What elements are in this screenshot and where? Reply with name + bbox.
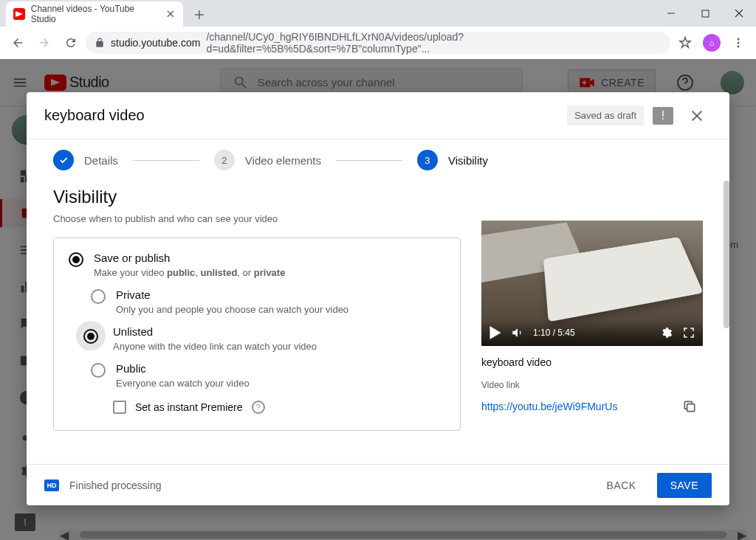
desc-text: Make your video bbox=[94, 267, 167, 278]
feedback-icon[interactable]: ! bbox=[653, 107, 673, 125]
avatar-icon: ⌂ bbox=[703, 34, 721, 52]
option-title: Unlisted bbox=[113, 325, 317, 338]
step-label: Details bbox=[84, 154, 118, 167]
minimize-button[interactable] bbox=[654, 0, 688, 27]
help-icon[interactable]: ? bbox=[252, 401, 265, 414]
forward-button[interactable] bbox=[32, 31, 56, 55]
browser-tab[interactable]: Channel videos - YouTube Studio bbox=[6, 1, 183, 27]
private-option[interactable]: Private Only you and people you choose c… bbox=[91, 288, 445, 315]
player-time: 1:10 / 5:45 bbox=[533, 328, 575, 338]
radio-selected-icon[interactable] bbox=[69, 252, 83, 267]
unlisted-option[interactable]: Unlisted Anyone with the video link can … bbox=[83, 325, 445, 352]
back-button[interactable] bbox=[6, 31, 30, 55]
close-window-button[interactable] bbox=[722, 0, 756, 27]
options-panel: Save or publish Make your video public, … bbox=[53, 238, 461, 431]
desc-bold: unlisted bbox=[201, 267, 238, 278]
preview-panel: 1:10 / 5:45 keyboard video Video link ht… bbox=[481, 181, 703, 452]
section-subtitle: Choose when to publish and who can see y… bbox=[53, 213, 461, 224]
svg-point-3 bbox=[738, 46, 740, 48]
step-number: 2 bbox=[214, 150, 235, 170]
option-description: Everyone can watch your video bbox=[116, 378, 250, 389]
settings-icon[interactable] bbox=[660, 326, 673, 339]
bookmark-button[interactable] bbox=[673, 31, 697, 55]
browser-chrome: Channel videos - YouTube Studio studio.y… bbox=[0, 0, 756, 59]
option-description: Make your video public, unlisted, or pri… bbox=[94, 267, 285, 278]
radio-icon[interactable] bbox=[91, 363, 106, 378]
video-player[interactable]: 1:10 / 5:45 bbox=[481, 221, 703, 346]
svg-point-2 bbox=[738, 42, 740, 44]
option-title: Save or publish bbox=[94, 252, 285, 264]
step-label: Visibility bbox=[448, 154, 488, 167]
premiere-label: Set as instant Premiere bbox=[135, 401, 243, 413]
back-button[interactable]: BACK bbox=[597, 474, 647, 497]
desc-bold: public bbox=[167, 267, 195, 278]
option-title: Public bbox=[116, 362, 250, 375]
modal-header: keyboard video Saved as draft ! bbox=[27, 92, 729, 139]
video-link-label: Video link bbox=[481, 380, 703, 390]
premiere-option[interactable]: Set as instant Premiere ? bbox=[113, 401, 445, 414]
player-controls: 1:10 / 5:45 bbox=[481, 319, 703, 346]
svg-rect-17 bbox=[687, 404, 695, 412]
close-modal-button[interactable] bbox=[682, 101, 712, 131]
step-label: Video elements bbox=[245, 154, 321, 167]
hd-badge: HD bbox=[44, 480, 59, 491]
address-bar: studio.youtube.com/channel/UCy0_hgRIY6IB… bbox=[0, 27, 756, 59]
close-tab-icon[interactable] bbox=[165, 9, 176, 19]
maximize-button[interactable] bbox=[688, 0, 722, 27]
radio-icon[interactable] bbox=[91, 289, 106, 304]
option-description: Anyone with the video link can watch you… bbox=[113, 341, 317, 352]
chrome-menu-button[interactable] bbox=[726, 31, 750, 55]
desc-text: , or bbox=[237, 267, 253, 278]
step-number: 3 bbox=[417, 150, 438, 170]
url-host: studio.youtube.com bbox=[111, 37, 200, 49]
checkbox-icon[interactable] bbox=[113, 401, 126, 414]
step-visibility[interactable]: 3 Visibility bbox=[417, 150, 488, 170]
modal-footer: HD Finished processing BACK SAVE bbox=[27, 464, 729, 505]
step-connector bbox=[133, 160, 199, 161]
modal-body: Visibility Choose when to publish and wh… bbox=[27, 181, 729, 464]
video-link-row: https://youtu.be/jeWi9FMurUs bbox=[481, 393, 703, 420]
radio-selected-icon[interactable] bbox=[83, 329, 98, 344]
window-controls bbox=[654, 0, 756, 27]
public-option[interactable]: Public Everyone can watch your video bbox=[91, 362, 445, 389]
profile-button[interactable]: ⌂ bbox=[700, 31, 724, 55]
desc-text: , bbox=[195, 267, 200, 278]
omnibox[interactable]: studio.youtube.com/channel/UCy0_hgRIY6IB… bbox=[86, 32, 670, 54]
stepper: Details 2 Video elements 3 Visibility bbox=[27, 139, 729, 181]
video-link[interactable]: https://youtu.be/jeWi9FMurUs bbox=[481, 401, 617, 412]
reload-button[interactable] bbox=[59, 31, 83, 55]
preview-title: keyboard video bbox=[481, 356, 703, 368]
play-icon[interactable] bbox=[489, 326, 502, 339]
volume-icon[interactable] bbox=[511, 326, 524, 339]
step-details[interactable]: Details bbox=[53, 150, 118, 170]
desc-bold: private bbox=[254, 267, 286, 278]
svg-point-1 bbox=[738, 38, 740, 41]
step-video-elements[interactable]: 2 Video elements bbox=[214, 150, 321, 170]
option-description: Only you and people you choose can watch… bbox=[116, 304, 348, 315]
save-button[interactable]: SAVE bbox=[657, 473, 712, 498]
step-connector bbox=[336, 160, 402, 161]
upload-modal: keyboard video Saved as draft ! Details … bbox=[27, 92, 729, 505]
draft-status-badge: Saved as draft bbox=[567, 105, 644, 125]
vertical-scrollbar[interactable] bbox=[724, 181, 729, 328]
url-path: /channel/UCy0_hgRIY6IBNDHLfLXrN0A/videos… bbox=[206, 31, 662, 55]
new-tab-button[interactable] bbox=[189, 4, 210, 25]
lock-icon bbox=[94, 38, 105, 48]
processing-status: Finished processing bbox=[69, 480, 162, 491]
svg-rect-0 bbox=[702, 10, 709, 17]
check-icon bbox=[53, 150, 74, 170]
save-or-publish-option[interactable]: Save or publish Make your video public, … bbox=[69, 252, 445, 278]
section-title: Visibility bbox=[53, 187, 461, 207]
modal-title: keyboard video bbox=[44, 107, 145, 124]
youtube-favicon bbox=[13, 8, 25, 20]
tab-title: Channel videos - YouTube Studio bbox=[31, 4, 160, 24]
fullscreen-icon[interactable] bbox=[682, 326, 695, 339]
radio-ripple bbox=[76, 321, 106, 350]
tab-bar: Channel videos - YouTube Studio bbox=[0, 0, 756, 27]
option-title: Private bbox=[116, 288, 348, 301]
copy-link-button[interactable] bbox=[676, 393, 703, 420]
visibility-form: Visibility Choose when to publish and wh… bbox=[53, 181, 461, 452]
